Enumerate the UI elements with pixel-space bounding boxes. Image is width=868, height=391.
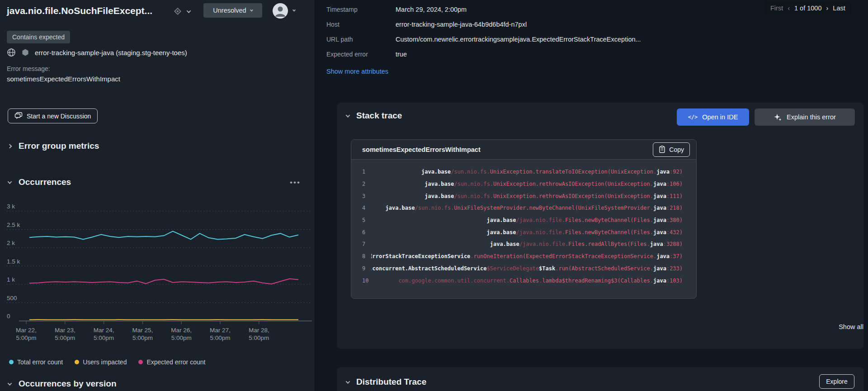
copy-button[interactable]: Copy	[653, 142, 690, 157]
distributed-trace-title: Distributed Trace	[356, 377, 426, 387]
occurrences-more-menu[interactable]: •••	[290, 178, 301, 187]
legend-item[interactable]: Expected error count	[138, 358, 205, 366]
chart-series-line	[29, 279, 298, 284]
attribute-row: Host error-tracking-sample-java-64b9d6b4…	[326, 17, 641, 32]
pagination-next-icon[interactable]: ›	[826, 5, 829, 12]
error-detail-sidebar: java.nio.file.NoSuchFileExcept... Unreso…	[0, 0, 315, 391]
distributed-trace-section-header[interactable]: Distributed Trace	[346, 377, 426, 387]
legend-dot-icon	[75, 360, 79, 364]
occurrences-chart[interactable]: 05001 k1.5 k2 k2.5 k3 k Mar 22,5:00pmMar…	[0, 199, 315, 348]
explore-button[interactable]: Explore	[819, 374, 854, 389]
stack-frame-text: java.base/sun.nio.fs.UnixException.rethr…	[371, 181, 683, 187]
chart-x-tick-label: Mar 24,5:00pm	[84, 326, 124, 342]
occurrences-section-header[interactable]: Occurrences	[8, 177, 71, 187]
avatar-menu-chevron-icon[interactable]	[292, 9, 296, 12]
stack-frame-number: 3	[362, 193, 371, 199]
error-group-state-dropdown[interactable]	[173, 6, 190, 16]
clipboard-icon	[659, 146, 665, 153]
chart-x-tick-label: Mar 27,5:00pm	[200, 326, 241, 342]
copy-label: Copy	[669, 146, 684, 153]
stack-frame[interactable]: 5java.base/java.nio.file.Files.newByteCh…	[362, 214, 683, 226]
stack-frame[interactable]: 8…ctedErrorStackTraceExceptionService.ru…	[362, 250, 683, 263]
occurrences-title: Occurrences	[19, 177, 71, 187]
stack-frame[interactable]: 9….util.concurrent.AbstractScheduledServ…	[362, 263, 683, 275]
open-in-ide-button[interactable]: </> Open in IDE	[677, 108, 749, 126]
legend-label: Users impacted	[83, 358, 127, 366]
globe-icon	[7, 48, 16, 57]
occurrences-by-version-section-header[interactable]: Occurrences by version	[8, 379, 117, 389]
explain-error-button[interactable]: Explain this error	[755, 108, 855, 126]
chart-x-tick-label: Mar 25,5:00pm	[122, 326, 163, 342]
occurrences-by-version-title: Occurrences by version	[19, 379, 117, 389]
stack-frame-text: com.google.common.util.concurrent.Callab…	[371, 278, 683, 284]
attribute-label: Expected error	[326, 51, 396, 58]
legend-label: Expected error count	[146, 358, 205, 366]
entity-row: error-tracking-sample-java (staging.stg-…	[7, 48, 187, 57]
stack-frame-text: java.base/java.nio.file.Files.readAllByt…	[371, 241, 683, 247]
page-title: java.nio.file.NoSuchFileExcept...	[7, 5, 152, 16]
stack-frame-number: 9	[362, 265, 371, 272]
stack-frame[interactable]: 6java.base/java.nio.file.Files.newByteCh…	[362, 226, 683, 238]
stack-frame[interactable]: 10com.google.common.util.concurrent.Call…	[362, 274, 683, 287]
stack-frame[interactable]: 2java.base/sun.nio.fs.UnixException.reth…	[362, 178, 683, 190]
show-more-attributes-link[interactable]: Show more attributes	[326, 68, 388, 75]
open-in-ide-label: Open in IDE	[702, 113, 738, 121]
avatar[interactable]	[273, 3, 288, 19]
discussion-icon	[14, 112, 23, 120]
pagination-position: 1 of 1000	[794, 5, 821, 12]
error-group-metrics-title: Error group metrics	[19, 141, 99, 151]
chart-y-tick-label: 2 k	[7, 240, 15, 246]
stack-frame-number: 6	[362, 229, 371, 236]
chevron-right-icon	[8, 144, 12, 148]
stack-frame-number: 8	[362, 253, 371, 259]
attribute-row: URL path Custom/com.newrelic.errortracki…	[326, 32, 641, 47]
stack-frame[interactable]: 3java.base/sun.nio.fs.UnixException.reth…	[362, 190, 683, 202]
diamond-icon	[173, 6, 183, 16]
chart-series-line	[29, 231, 298, 240]
status-dropdown[interactable]: Unresolved	[203, 3, 262, 18]
stack-trace-title: Stack trace	[356, 111, 402, 121]
error-inbox-page: java.nio.file.NoSuchFileExcept... Unreso…	[0, 0, 868, 391]
status-dropdown-label: Unresolved	[213, 7, 246, 14]
chevron-down-icon	[250, 8, 253, 11]
legend-dot-icon	[9, 360, 14, 364]
chart-x-tick-label: Mar 28,5:00pm	[239, 326, 279, 342]
stack-frame[interactable]: 4java.base/sun.nio.fs.UnixFileSystemProv…	[362, 202, 683, 214]
chart-x-tick-label: Mar 22,5:00pm	[6, 326, 47, 342]
chevron-down-icon	[346, 379, 350, 384]
stack-frame-text: java.base/java.nio.file.Files.newByteCha…	[371, 217, 683, 223]
explain-error-label: Explain this error	[787, 113, 836, 121]
legend-item[interactable]: Total error count	[9, 358, 63, 366]
pagination-prev-icon[interactable]: ‹	[788, 5, 790, 12]
error-group-metrics-section-header[interactable]: Error group metrics	[8, 141, 99, 151]
attributes-table: Timestamp March 29, 2024, 2:00pm Host er…	[326, 2, 641, 61]
legend-label: Total error count	[17, 358, 63, 366]
error-message-label: Error message:	[7, 65, 50, 72]
stack-frame-text: ….util.concurrent.AbstractScheduledServi…	[371, 265, 683, 272]
legend-dot-icon	[138, 360, 143, 364]
stack-frame-number: 5	[362, 217, 371, 223]
stack-frame-text: java.base/java.nio.file.Files.newByteCha…	[371, 229, 683, 236]
occurrences-chart-canvas	[0, 199, 315, 326]
pagination-first[interactable]: First	[770, 5, 783, 12]
sparkle-icon	[774, 113, 782, 122]
chart-y-tick-label: 0	[7, 313, 10, 320]
stack-frame-text: java.base/sun.nio.fs.UnixException.trans…	[371, 169, 683, 175]
stack-frame-text: java.base/sun.nio.fs.UnixFileSystemProvi…	[371, 205, 683, 211]
start-discussion-button[interactable]: Start a new Discussion	[8, 108, 98, 123]
show-all-link[interactable]: Show all	[809, 323, 863, 330]
stack-trace-section-header[interactable]: Stack trace	[346, 111, 402, 121]
contains-expected-badge: Contains expected	[7, 31, 70, 43]
pagination-last[interactable]: Last	[833, 5, 845, 12]
stack-frame-number: 7	[362, 241, 371, 247]
service-name[interactable]: error-tracking-sample-java (staging.stg-…	[35, 49, 187, 57]
chevron-down-icon	[346, 113, 350, 118]
attribute-value: Custom/com.newrelic.errortrackingsamplej…	[396, 36, 641, 43]
chart-legend: Total error countUsers impactedExpected …	[9, 358, 205, 366]
stack-frame[interactable]: 7java.base/java.nio.file.Files.readAllBy…	[362, 238, 683, 250]
legend-item[interactable]: Users impacted	[75, 358, 127, 366]
attribute-label: URL path	[326, 36, 396, 43]
stack-frame[interactable]: 1java.base/sun.nio.fs.UnixException.tran…	[362, 166, 683, 178]
chart-x-tick-label: Mar 26,5:00pm	[161, 326, 202, 342]
chart-y-tick-label: 2.5 k	[7, 221, 20, 228]
